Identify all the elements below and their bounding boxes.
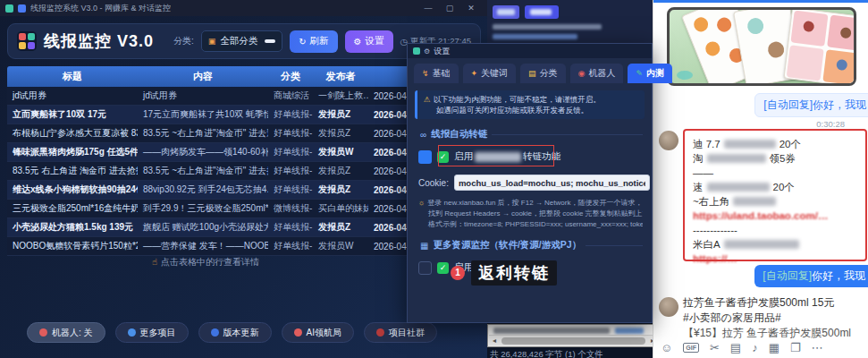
divider — [492, 134, 643, 135]
background-button[interactable] — [525, 5, 559, 19]
blurred-text — [733, 197, 776, 206]
background-button[interactable] — [493, 5, 519, 19]
tab-basic[interactable]: ↯基础 — [414, 64, 459, 83]
app-icon — [5, 4, 13, 13]
cell-title: NOOBO氨糖软骨素钙片150粒*2瓶3… — [7, 240, 138, 252]
sticker-card — [783, 7, 856, 86]
auto-reply-bubble-blue: [自动回复]你好，我现 — [754, 265, 868, 287]
image-icon[interactable]: ▦ — [769, 341, 780, 354]
cell-category: 微博线报-… — [268, 202, 313, 215]
app-logo-icon — [17, 31, 37, 51]
cell-title: 维达x线条小狗棉韧软抽90抽24包 … — [7, 183, 138, 196]
bulb-icon: ☼ — [418, 199, 425, 207]
category-label: 分类: — [173, 35, 194, 47]
cell-publisher: 发报员Z — [313, 127, 368, 140]
cell-publisher: 发报员Z — [313, 165, 368, 177]
category-dropdown[interactable]: ▣ 全部分类 — [201, 30, 282, 52]
more-icon[interactable]: ⋯ — [812, 341, 823, 354]
robot-icon — [294, 328, 302, 337]
scrollbar-thumb[interactable] — [501, 337, 645, 345]
refresh-label: 刷新 — [310, 35, 329, 47]
wrench-icon: ✦ — [471, 69, 478, 78]
rebate-toggle-row[interactable]: ✓ 启用 转链功能 — [418, 148, 643, 166]
cell-content: 到手29.9！三元极致全脂250ml*16… — [138, 202, 268, 215]
col-publisher: 发布者 — [313, 70, 368, 83]
col-category: 分类 — [268, 70, 313, 83]
col-title: 标题 — [7, 70, 138, 83]
blurred-text — [724, 240, 799, 249]
blurred-link — [493, 34, 577, 39]
window-title: 线报监控系统 V3.0 - 网赚库 & 对话监控 — [30, 3, 171, 14]
gif-icon[interactable]: GIF — [683, 343, 699, 353]
voice-icon[interactable]: ♪ — [752, 341, 758, 354]
divider — [586, 245, 643, 246]
refresh-button[interactable]: ↻ 刷新 — [290, 30, 337, 53]
version-update-button[interactable]: 版本更新 — [198, 322, 272, 343]
blurred-text — [707, 183, 770, 192]
chat-toolbar: ☺ GIF ✂ ▤ ♪ ▦ ❐ ⋯ — [661, 341, 823, 354]
window-icon[interactable]: ❐ — [790, 341, 801, 354]
avatar[interactable] — [659, 131, 678, 150]
warning-icon: ⚠ — [424, 95, 431, 104]
cell-category: 好单线报-… — [268, 146, 313, 158]
file-folder-icon[interactable]: ▤ — [730, 341, 741, 354]
tab-category[interactable]: ▤分类 — [520, 64, 566, 83]
decoration — [677, 71, 693, 80]
cell-category: 好单线报-… — [268, 240, 313, 252]
checkbox-checked-icon[interactable]: ✓ — [437, 262, 449, 274]
cell-publisher: 买白单的妹妹 — [313, 202, 368, 215]
taobao-link[interactable]: https://uland.taobao.com/… — [693, 209, 857, 223]
cell-content: 88vip30.92元 到手24包无芯抽4.48… — [138, 183, 268, 196]
annotation-number-badge: 1 — [451, 266, 465, 280]
cell-title: 小壳泌尿处方猫粮1.5kg 139元 — [7, 221, 138, 234]
project-community-button[interactable]: 项目社群 — [364, 322, 437, 343]
badge-icon — [376, 328, 384, 337]
cookie-tip: ☼登录 new.xianbao.fun 后，按 F12 → Network，随便… — [418, 198, 643, 230]
app-icon-2 — [18, 4, 26, 13]
avatar[interactable] — [659, 297, 678, 317]
blurred-text — [707, 154, 766, 163]
ai-pilot-button[interactable]: AI领航局 — [282, 322, 354, 343]
tab-robot[interactable]: ◉机器人 — [570, 64, 624, 83]
beta-warning-box: ⚠以下功能为内测功能，可能不稳定，请谨慎开启。 如遇问题可关闭对应功能或联系开发… — [415, 90, 645, 119]
close-button[interactable]: ✕ — [460, 4, 482, 13]
product-image[interactable] — [667, 7, 856, 86]
cell-publisher: 发报员Z — [313, 108, 368, 121]
product-message: 拉芳鱼子酱香护发膜500ml 15元 #小卖部の家居用品# 【¥15】拉芳 鱼子… — [683, 295, 851, 341]
chat-window: [自动回复]你好，我现 0:30:28 迪 7.720个 淘领5券 —— 速20… — [653, 0, 868, 358]
cell-category: 好单线报-… — [268, 127, 313, 140]
blurred-text — [493, 328, 610, 334]
dialog-titlebar: ⚙ 设置 — [408, 44, 652, 58]
dialog-title: 设置 — [434, 46, 450, 57]
robot-toggle-button[interactable]: 机器人: 关 — [27, 322, 105, 343]
short-link[interactable]: https://… — [693, 251, 857, 266]
cell-category: 好单线报-… — [268, 183, 313, 196]
more-projects-button[interactable]: 更多项目 — [115, 322, 189, 343]
settings-button[interactable]: ⚙ 设置 — [345, 30, 393, 53]
cell-content: ——肉烤肠发车——领140-60补… — [138, 146, 268, 158]
main-titlebar: 线报监控系统 V3.0 - 网赚库 & 对话监控 — ▢ ✕ — [0, 0, 487, 16]
tab-beta[interactable]: ✎内测 — [628, 64, 672, 83]
minimize-button[interactable]: — — [417, 4, 439, 13]
cell-publisher: 发报员Z — [313, 221, 368, 234]
cookie-input[interactable] — [454, 175, 650, 191]
maximize-button[interactable]: ▢ — [439, 4, 460, 13]
dropdown-caret-icon — [265, 39, 275, 43]
scroll-left-icon[interactable]: ◂ — [489, 337, 500, 345]
app-title: 线报监控 V3.0 — [44, 30, 154, 52]
screenshot-scissors-icon[interactable]: ✂ — [710, 341, 720, 354]
cell-title: 立而爽船袜了10双 17元 — [7, 108, 138, 121]
gear-icon: ⚙ — [354, 37, 362, 47]
emoji-icon[interactable]: ☺ — [661, 341, 672, 354]
cell-content: 83.5元 ~右上角进"淘金币" 进去逛… — [138, 127, 268, 140]
category-value: 全部分类 — [220, 35, 260, 47]
table-hint: ☝点击表格中的行查看详情 — [0, 256, 411, 268]
blurred-text — [493, 24, 602, 30]
cell-category: 商城综活 — [268, 90, 313, 102]
tab-keywords[interactable]: ✦关键词 — [463, 64, 517, 83]
globe-icon — [128, 328, 136, 337]
cell-content: 83.5元 ~右上角进"淘金币" 进去抢… — [138, 165, 268, 177]
screen: 线报监控系统 V3.0 - 网赚库 & 对话监控 — ▢ ✕ 线报监控 V3.0… — [0, 0, 868, 358]
horizontal-scrollbar[interactable]: ◂ ▸ — [489, 335, 658, 345]
checkbox-unchecked[interactable] — [418, 261, 432, 275]
